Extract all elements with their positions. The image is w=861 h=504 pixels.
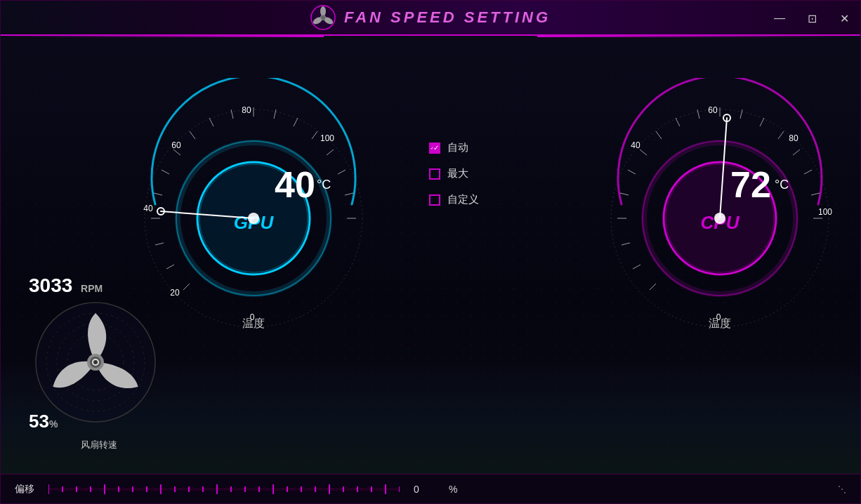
svg-line-31	[231, 110, 233, 119]
svg-line-59	[778, 131, 784, 139]
svg-text:80: 80	[242, 105, 251, 115]
svg-point-84	[93, 360, 98, 364]
svg-text:°C: °C	[317, 178, 331, 192]
svg-line-66	[640, 150, 647, 155]
custom-label: 自定义	[447, 193, 479, 206]
svg-line-40	[166, 265, 174, 269]
svg-text:72: 72	[730, 164, 771, 205]
svg-text:°C: °C	[775, 178, 789, 192]
fan-rpm-value: 3033 RPM	[29, 274, 103, 297]
bottom-bar: 偏移	[1, 474, 860, 503]
resize-handle[interactable]: ⋱	[838, 484, 846, 494]
svg-line-64	[676, 118, 680, 126]
svg-line-26	[294, 118, 298, 126]
svg-line-61	[804, 170, 812, 174]
svg-line-58	[760, 118, 764, 126]
cpu-gauge: CPU 0 40 60 80 100	[593, 78, 846, 345]
svg-line-33	[190, 131, 195, 139]
svg-point-2	[320, 6, 326, 16]
fan-rpm-number: 3033	[29, 274, 72, 296]
svg-text:温度: 温度	[709, 317, 731, 329]
offset-label: 偏移	[15, 483, 34, 496]
custom-control[interactable]: 自定义	[429, 193, 570, 206]
svg-text:100: 100	[818, 207, 832, 217]
close-button[interactable]: ✕	[828, 1, 860, 36]
svg-line-41	[183, 284, 190, 290]
svg-line-65	[656, 131, 662, 139]
svg-point-54	[714, 213, 725, 224]
fan-logo-icon	[310, 5, 336, 30]
svg-line-57	[740, 110, 742, 119]
svg-line-39	[155, 243, 164, 245]
svg-line-30	[345, 193, 353, 195]
svg-line-67	[628, 170, 636, 174]
svg-line-35	[162, 170, 169, 174]
app-title: FAN SPEED SETTING	[344, 8, 551, 27]
svg-text:40: 40	[631, 140, 640, 150]
fan-area: 3033 RPM	[22, 274, 176, 457]
svg-line-60	[793, 150, 800, 155]
cpu-gauge-svg: CPU 0 40 60 80 100	[593, 78, 846, 345]
offset-unit: %	[449, 484, 457, 495]
app-window: FAN SPEED SETTING — ⊡ ✕	[0, 0, 861, 504]
fan-rpm-unit: RPM	[81, 283, 103, 294]
svg-point-5	[320, 15, 325, 20]
svg-text:60: 60	[171, 140, 181, 150]
maximize-button[interactable]: ⊡	[796, 1, 828, 36]
fan-percent-value: 53	[29, 411, 49, 432]
titlebar: FAN SPEED SETTING — ⊡ ✕	[1, 1, 860, 36]
auto-label: 自动	[447, 141, 468, 154]
controls-panel: 自动 最大 自定义	[429, 141, 570, 219]
svg-text:40: 40	[275, 164, 315, 205]
auto-checkbox[interactable]	[429, 142, 440, 154]
fan-percent-display: 53%	[29, 411, 58, 432]
svg-line-27	[312, 131, 317, 139]
svg-line-63	[697, 110, 699, 119]
svg-line-28	[327, 150, 334, 155]
svg-line-68	[620, 193, 629, 195]
minimize-button[interactable]: —	[763, 1, 796, 36]
fan-percent-unit: %	[49, 418, 58, 430]
svg-text:40: 40	[143, 204, 153, 213]
max-label: 最大	[447, 167, 468, 180]
svg-line-32	[209, 118, 213, 126]
svg-line-34	[173, 150, 180, 155]
max-checkbox[interactable]	[429, 168, 440, 180]
fan-svg	[32, 299, 159, 425]
svg-line-71	[622, 243, 630, 245]
max-control[interactable]: 最大	[429, 167, 570, 180]
svg-line-25	[274, 110, 276, 119]
svg-text:80: 80	[789, 133, 798, 143]
custom-checkbox[interactable]	[429, 194, 440, 206]
svg-line-72	[633, 265, 640, 269]
svg-line-29	[338, 170, 346, 174]
fan-label: 风扇转速	[81, 439, 117, 451]
offset-slider[interactable]	[48, 488, 400, 491]
auto-control[interactable]: 自动	[429, 141, 570, 154]
offset-value: 0	[414, 484, 435, 495]
window-controls: — ⊡ ✕	[763, 1, 860, 36]
svg-text:60: 60	[708, 105, 718, 115]
main-content: GPU 0 20 40 60 80 100 4	[1, 36, 860, 503]
svg-line-36	[154, 193, 162, 195]
svg-text:温度: 温度	[242, 317, 265, 329]
svg-text:100: 100	[320, 133, 334, 143]
svg-point-19	[248, 213, 259, 224]
svg-line-62	[811, 193, 820, 195]
svg-line-73	[650, 284, 656, 290]
